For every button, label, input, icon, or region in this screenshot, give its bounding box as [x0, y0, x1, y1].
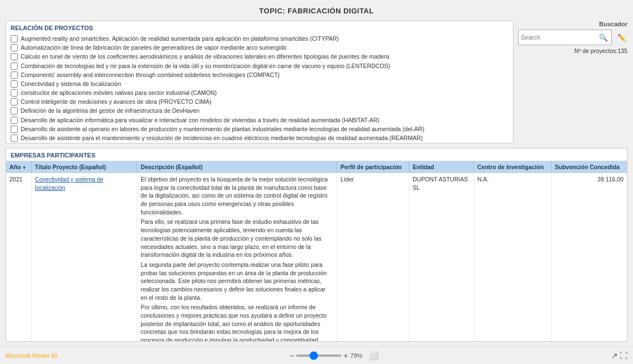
- list-item: constructor de aplicaciones móviles nati…: [11, 89, 509, 97]
- zoom-controls: − + 79% ⬜: [290, 351, 378, 360]
- list-item: Augmented reality and smartcities. Aplic…: [11, 35, 509, 42]
- table-header: Año▼Título Proyecto (Español)Descripción…: [6, 161, 627, 173]
- project-text: Components' assembly and interconnection…: [21, 71, 280, 79]
- list-item: Automatización de línea de fabricación d…: [11, 44, 509, 51]
- project-checkbox[interactable]: [11, 135, 18, 142]
- cell-description: El objetivo del proyecto es la búsqueda …: [137, 173, 337, 341]
- project-checkbox[interactable]: [11, 89, 18, 97]
- table-body: 2021Conectividad y sistema de localizaci…: [6, 173, 627, 341]
- list-item: Components' assembly and interconnection…: [11, 71, 509, 79]
- sort-arrow-icon: ▼: [22, 165, 26, 170]
- search-label: Buscador: [599, 21, 627, 27]
- project-checkbox[interactable]: [11, 117, 18, 124]
- fit-page-button[interactable]: ⬜: [369, 351, 378, 360]
- project-text: Desarrollo de asistente al operario en l…: [21, 125, 424, 133]
- list-item: Definición de la algoritmia del gestor d…: [11, 107, 509, 114]
- list-item: Combinación de tecnologías led y nir par…: [11, 62, 509, 70]
- project-text: constructor de aplicaciones móviles nati…: [21, 89, 217, 97]
- projects-panel-title: RELACIÓN DE PROYECTOS: [11, 25, 509, 31]
- project-checkbox[interactable]: [11, 107, 18, 114]
- project-count: Nº de proyectos:135: [574, 47, 627, 54]
- bottom-bar: Microsoft Power BI − + 79% ⬜ ↗ ⛶: [0, 346, 633, 364]
- share-icon-button[interactable]: ↗: [611, 351, 618, 360]
- project-checkbox[interactable]: [11, 53, 18, 60]
- project-checkbox[interactable]: [11, 35, 18, 42]
- results-table: Año▼Título Proyecto (Español)Descripción…: [6, 161, 627, 341]
- list-item: Desarrollo de asistente para el mantenim…: [11, 134, 509, 142]
- search-input[interactable]: [521, 34, 598, 41]
- project-text: Control inteligente de mediciones y avan…: [21, 98, 212, 106]
- edit-icon-button[interactable]: ✏️: [616, 32, 627, 43]
- zoom-out-button[interactable]: −: [290, 352, 294, 360]
- project-checkbox[interactable]: [11, 71, 18, 79]
- project-text: Cálculo en tunel de viento de los coefic…: [21, 52, 389, 60]
- cell-entidad: DUPONT ASTURIAS SL: [409, 173, 474, 341]
- cell-centro: N.A.: [474, 173, 552, 341]
- powerbi-link[interactable]: Microsoft Power BI: [6, 352, 57, 359]
- project-title-link[interactable]: Conectividad y sistema de localización: [35, 176, 104, 191]
- project-text: Definición de la algoritmia del gestor d…: [21, 107, 199, 114]
- table-wrapper: Año▼Título Proyecto (Español)Descripción…: [6, 161, 627, 341]
- list-item: Desarrollo de asistente al operario en l…: [11, 125, 509, 133]
- projects-panel: RELACIÓN DE PROYECTOS Augmented reality …: [6, 21, 514, 143]
- project-text: Desarrollo de aplicación informática par…: [21, 116, 380, 124]
- col-header-title: Título Proyecto (Español): [31, 161, 137, 173]
- table-row: 2021Conectividad y sistema de localizaci…: [6, 173, 627, 341]
- project-checkbox[interactable]: [11, 63, 18, 70]
- fullscreen-button[interactable]: ⛶: [620, 351, 627, 360]
- col-header-centro: Centro de Investigación: [474, 161, 552, 173]
- list-item: Desarrollo de dispositivo de inspección …: [11, 143, 509, 143]
- cell-subvencion: 39.116,00: [552, 173, 627, 341]
- project-count-label: Nº de proyectos:: [574, 47, 617, 54]
- zoom-slider[interactable]: [296, 355, 341, 357]
- project-text: Conectividad y sistema de localización: [21, 80, 121, 88]
- project-text: Desarrollo de dispositivo de inspección …: [21, 143, 310, 143]
- cell-perfil: Líder: [337, 173, 409, 341]
- topic-header: TOPIC: FABRICACIÓN DIGITAL: [6, 4, 627, 16]
- search-panel: Buscador 🔍 ✏️ Nº de proyectos:135: [518, 21, 627, 143]
- project-checkbox[interactable]: [11, 80, 18, 88]
- search-button[interactable]: 🔍: [598, 32, 609, 43]
- col-header-perfil: Perfil de participación: [337, 161, 409, 173]
- cell-year: 2021: [6, 173, 31, 341]
- project-checkbox[interactable]: [11, 98, 18, 106]
- table-title: EMPRESAS PARTICIPANTES: [6, 149, 627, 161]
- project-checkbox[interactable]: [11, 44, 18, 51]
- zoom-in-button[interactable]: +: [343, 352, 348, 360]
- col-header-year[interactable]: Año▼: [6, 161, 31, 173]
- project-text: Desarrollo de asistente para el mantenim…: [21, 134, 423, 142]
- zoom-percent: 79%: [350, 352, 367, 359]
- col-header-sub: Subvención Concedida: [552, 161, 627, 173]
- col-header-desc: Descripción (Español): [137, 161, 337, 173]
- bottom-right-icons: ↗ ⛶: [611, 351, 627, 360]
- list-item: Desarrollo de aplicación informática par…: [11, 116, 509, 124]
- projects-list: Augmented reality and smartcities. Aplic…: [11, 35, 509, 143]
- project-text: Augmented reality and smartcities. Aplic…: [21, 35, 339, 42]
- list-item: Cálculo en tunel de viento de los coefic…: [11, 52, 509, 60]
- topic-label: TOPIC:: [259, 7, 285, 15]
- col-header-entidad: Entidad: [409, 161, 474, 173]
- topic-value: FABRICACIÓN DIGITAL: [287, 7, 373, 15]
- project-checkbox[interactable]: [11, 126, 18, 133]
- list-item: Control inteligente de mediciones y avan…: [11, 98, 509, 106]
- project-text: Automatización de línea de fabricación d…: [21, 44, 286, 51]
- project-count-value: 135: [617, 47, 627, 54]
- cell-title[interactable]: Conectividad y sistema de localización: [31, 173, 137, 341]
- project-text: Combinación de tecnologías led y nir par…: [21, 62, 390, 70]
- search-box: 🔍: [518, 30, 612, 45]
- table-section: EMPRESAS PARTICIPANTES Año▼Título Proyec…: [6, 148, 627, 342]
- list-item: Conectividad y sistema de localización: [11, 80, 509, 88]
